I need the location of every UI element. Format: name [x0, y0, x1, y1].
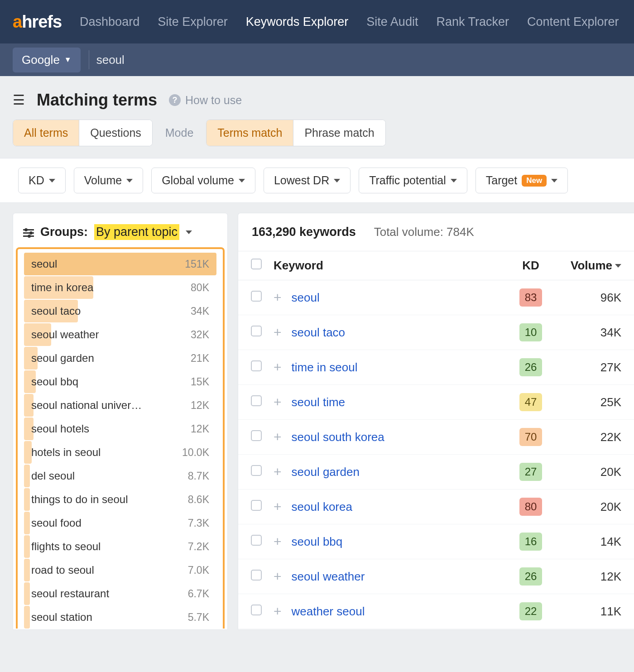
expand-icon[interactable]: + — [274, 570, 282, 583]
group-count: 32K — [191, 329, 209, 341]
caret-down-icon: ▼ — [64, 56, 72, 64]
expand-icon[interactable]: + — [274, 360, 282, 374]
expand-icon[interactable]: + — [274, 500, 282, 514]
group-item[interactable]: things to do in seoul8.6K — [24, 488, 216, 511]
tab[interactable]: Questions — [79, 120, 152, 146]
group-item[interactable]: seoul hotels12K — [24, 418, 216, 440]
expand-icon[interactable]: + — [274, 430, 282, 444]
group-count: 151K — [185, 258, 209, 270]
keyword-link[interactable]: weather seoul — [292, 605, 365, 619]
group-item[interactable]: seoul weather32K — [24, 323, 216, 346]
group-item[interactable]: seoul garden21K — [24, 347, 216, 370]
tab[interactable]: Phrase match — [293, 120, 385, 146]
content: Groups: By parent topic seoul151Ktime in… — [0, 203, 634, 630]
col-kd-header[interactable]: KD — [508, 259, 553, 273]
row-checkbox[interactable] — [251, 291, 262, 302]
row-checkbox[interactable] — [251, 326, 262, 336]
keyword-link[interactable]: seoul weather — [292, 570, 365, 584]
kd-badge: 47 — [519, 393, 542, 411]
row-checkbox[interactable] — [251, 430, 262, 441]
tab[interactable]: All terms — [13, 120, 79, 146]
keyword-link[interactable]: seoul garden — [292, 465, 360, 479]
filter-button[interactable]: TargetNew — [476, 168, 568, 193]
volume-value: 96K — [600, 291, 621, 305]
group-item[interactable]: seoul restaurant6.7K — [24, 582, 216, 605]
group-count: 5.7K — [188, 611, 209, 624]
engine-select[interactable]: Google ▼ — [13, 48, 81, 72]
keyword-link[interactable]: time in seoul — [292, 360, 358, 374]
kd-badge: 80 — [519, 498, 542, 516]
expand-icon[interactable]: + — [274, 605, 282, 618]
filters-bar: KDVolumeGlobal volumeLowest DRTraffic po… — [0, 158, 634, 203]
group-item[interactable]: del seoul8.7K — [24, 465, 216, 487]
keyword-link[interactable]: seoul time — [292, 395, 346, 409]
caret-down-icon — [334, 179, 340, 182]
sliders-icon — [23, 227, 34, 237]
search-input[interactable]: seoul — [89, 50, 125, 69]
col-volume-header[interactable]: Volume — [553, 259, 621, 273]
keyword-link[interactable]: seoul south korea — [292, 430, 384, 444]
row-checkbox[interactable] — [251, 360, 262, 371]
group-item[interactable]: seoul taco34K — [24, 300, 216, 322]
group-name: seoul weather — [31, 328, 99, 341]
expand-icon[interactable]: + — [274, 395, 282, 409]
keyword-link[interactable]: seoul taco — [292, 326, 346, 340]
group-item[interactable]: flights to seoul7.2K — [24, 535, 216, 558]
nav-link[interactable]: Site Audit — [366, 15, 418, 29]
group-name: time in korea — [31, 281, 93, 294]
group-item[interactable]: time in korea80K — [24, 276, 216, 299]
select-all-checkbox[interactable] — [251, 259, 262, 269]
group-name: del seoul — [31, 470, 75, 482]
kd-badge: 83 — [519, 288, 542, 307]
caret-down-icon — [451, 179, 457, 182]
how-to-use[interactable]: ? How to use — [169, 94, 242, 107]
filter-button[interactable]: Volume — [74, 168, 143, 193]
row-checkbox[interactable] — [251, 395, 262, 406]
group-count: 15K — [191, 376, 209, 388]
col-keyword-header[interactable]: Keyword — [274, 259, 508, 273]
menu-icon[interactable]: ☰ — [13, 93, 25, 107]
nav-link[interactable]: Content Explorer — [527, 15, 619, 29]
nav-link[interactable]: Dashboard — [80, 15, 139, 29]
row-checkbox[interactable] — [251, 605, 262, 615]
caret-down-icon — [126, 179, 133, 182]
expand-icon[interactable]: + — [274, 535, 282, 548]
results-header: 163,290 keywords Total volume: 784K — [238, 213, 634, 251]
groups-list: seoul151Ktime in korea80Kseoul taco34Kse… — [16, 247, 225, 629]
group-item[interactable]: seoul food7.3K — [24, 512, 216, 534]
expand-icon[interactable]: + — [274, 326, 282, 339]
group-name: seoul station — [31, 611, 92, 624]
keyword-link[interactable]: seoul bbq — [292, 535, 343, 549]
filter-button[interactable]: KD — [18, 168, 66, 193]
nav-link[interactable]: Keywords Explorer — [246, 15, 349, 29]
expand-icon[interactable]: + — [274, 465, 282, 479]
kd-badge: 16 — [519, 533, 542, 551]
groups-mode: By parent topic — [94, 224, 179, 240]
group-item[interactable]: seoul151K — [24, 253, 216, 275]
results-table: Keyword KD Volume +seoul8396K+seoul taco… — [238, 251, 634, 629]
group-item[interactable]: road to seoul7.0K — [24, 559, 216, 581]
group-item[interactable]: seoul bbq15K — [24, 370, 216, 393]
tab[interactable]: Terms match — [207, 120, 293, 146]
group-item[interactable]: hotels in seoul10.0K — [24, 441, 216, 464]
nav-link[interactable]: Rank Tracker — [436, 15, 509, 29]
groups-header[interactable]: Groups: By parent topic — [13, 213, 227, 247]
group-item[interactable]: seoul station5.7K — [24, 606, 216, 629]
keyword-link[interactable]: seoul — [292, 291, 320, 305]
row-checkbox[interactable] — [251, 570, 262, 581]
filter-button[interactable]: Traffic potential — [359, 168, 467, 193]
group-count: 6.7K — [188, 588, 209, 600]
logo[interactable]: ahrefs — [13, 12, 62, 32]
filter-button[interactable]: Lowest DR — [264, 168, 351, 193]
row-checkbox[interactable] — [251, 535, 262, 546]
row-checkbox[interactable] — [251, 465, 262, 476]
expand-icon[interactable]: + — [274, 291, 282, 304]
group-name: seoul national univer… — [31, 399, 142, 412]
filter-button[interactable]: Global volume — [151, 168, 255, 193]
sort-caret-icon — [615, 264, 621, 268]
group-item[interactable]: seoul national univer…12K — [24, 394, 216, 417]
tab-group-terms: All termsQuestions — [13, 120, 153, 146]
keyword-link[interactable]: seoul korea — [292, 500, 352, 514]
row-checkbox[interactable] — [251, 500, 262, 511]
nav-link[interactable]: Site Explorer — [158, 15, 228, 29]
